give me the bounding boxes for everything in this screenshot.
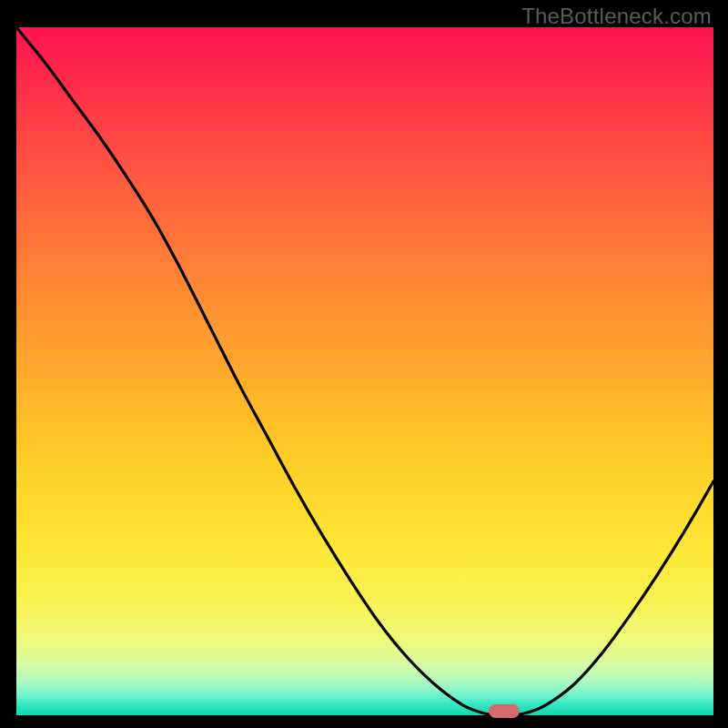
chart-frame: TheBottleneck.com xyxy=(0,0,728,728)
watermark-label: TheBottleneck.com xyxy=(521,4,712,29)
plot-area xyxy=(16,27,713,715)
bottleneck-curve xyxy=(16,27,713,715)
minimum-marker xyxy=(489,704,520,718)
